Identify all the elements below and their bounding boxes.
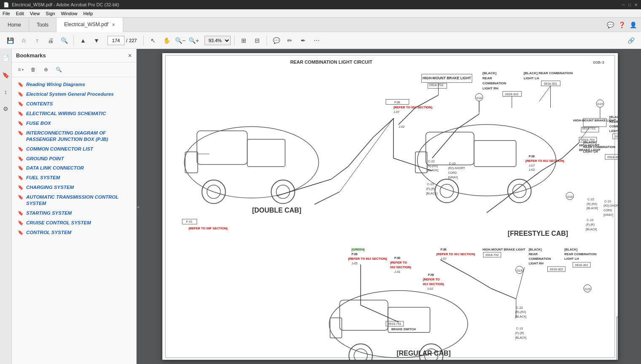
close-window-button[interactable]: ✕ bbox=[634, 3, 638, 7]
bookmark-cruise-control[interactable]: 🔖 CRUISE CONTROL SYSTEM bbox=[12, 218, 136, 228]
bookmark-automatic-transmission[interactable]: 🔖 AUTOMATIC TRANSMISSION CONTROL SYSTEM bbox=[12, 192, 136, 208]
bookmark-label: ELECTRICAL WIRING SCHEMATIC bbox=[26, 111, 106, 117]
comment-tool[interactable]: 💬 bbox=[270, 35, 282, 46]
pages-icon[interactable]: 📄 bbox=[1, 53, 11, 63]
bookmark-starting-system[interactable]: 🔖 STARTING SYSTEM bbox=[12, 208, 136, 218]
svg-text:J-07: J-07 bbox=[529, 164, 535, 167]
sidebar-menu-button[interactable]: ≡ bbox=[15, 64, 26, 75]
menu-view[interactable]: View bbox=[30, 11, 40, 16]
svg-text:BRAKE LIGHT: BRAKE LIGHT bbox=[579, 148, 601, 152]
more-tool[interactable]: ⋯ bbox=[311, 35, 323, 46]
fit-page-tool[interactable]: ⊞ bbox=[238, 35, 250, 46]
save-tool[interactable]: 💾 bbox=[4, 35, 16, 46]
sidebar-delete-button[interactable]: 🗑 bbox=[28, 64, 39, 75]
sign-tool[interactable]: ✒ bbox=[297, 35, 309, 46]
menu-sign[interactable]: Sign bbox=[46, 11, 55, 16]
select-tool[interactable]: ↖ bbox=[147, 35, 159, 46]
sidebar-toolbar: ≡ 🗑 ⊕ 🔍 bbox=[12, 62, 136, 77]
zoom-out-button[interactable]: 🔍− bbox=[174, 35, 186, 46]
bookmark-label: DATA LINK CONNECTOR bbox=[26, 165, 84, 171]
bookmark-electrical-system[interactable]: 🔖 Electrical System General Procedures bbox=[12, 89, 136, 99]
sidebar-search-button[interactable]: 🔍 bbox=[53, 64, 64, 75]
tabbar-right: 💬 ❓ 👤 bbox=[607, 22, 641, 28]
menu-edit[interactable]: Edit bbox=[16, 11, 24, 16]
svg-text:(REFER TO: (REFER TO bbox=[423, 278, 440, 281]
highlight-tool[interactable]: ✏ bbox=[284, 35, 296, 46]
bookmark-reading-wiring[interactable]: 🔖 Reading Wiring Diagrams bbox=[12, 80, 136, 89]
bookmark-fuse-box[interactable]: 🔖 FUSE BOX bbox=[12, 119, 136, 128]
svg-text:(R2)-SHORT: (R2)-SHORT bbox=[448, 167, 465, 170]
bookmark-icon: 🔖 bbox=[18, 194, 24, 200]
print-tool[interactable]: 🖨 bbox=[45, 35, 57, 46]
svg-text:[BLACK]: [BLACK] bbox=[529, 248, 542, 251]
bookmark-label: Reading Wiring Diagrams bbox=[26, 81, 85, 88]
window-controls[interactable]: ─ □ ✕ bbox=[622, 3, 638, 7]
chat-icon[interactable]: 💬 bbox=[607, 22, 614, 28]
svg-text:(REFER TO: (REFER TO bbox=[390, 261, 407, 264]
bookmark-interconnecting[interactable]: 🔖 INTERCONNECTING DIAGRAM OF PASSENGER J… bbox=[12, 128, 136, 144]
svg-text:(REFER TO 00J SECTION): (REFER TO 00J SECTION) bbox=[393, 105, 433, 109]
tab-close-button[interactable]: ✕ bbox=[112, 22, 115, 27]
bookmark-charging-system[interactable]: 🔖 CHARGING SYSTEM bbox=[12, 183, 136, 192]
pdf-page: REAR COMBINATION LIGHT CIRCUIT 00B-3 bbox=[162, 53, 618, 360]
svg-text:[REGULAR CAB]: [REGULAR CAB] bbox=[397, 350, 451, 357]
svg-text:00J SECTION): 00J SECTION) bbox=[423, 282, 444, 286]
bookmark-electrical-wiring[interactable]: 🔖 ELECTRICAL WIRING SCHEMATIC bbox=[12, 109, 136, 119]
sidebar-add-button[interactable]: ⊕ bbox=[40, 64, 51, 75]
bookmark-icon: 🔖 bbox=[18, 121, 24, 126]
minimize-button[interactable]: ─ bbox=[622, 3, 625, 7]
svg-text:00J SECTION): 00J SECTION) bbox=[390, 265, 412, 269]
bookmark-common-connector[interactable]: 🔖 COMMON CONNECTOR LIST bbox=[12, 144, 136, 154]
help-icon[interactable]: ❓ bbox=[618, 22, 625, 28]
svg-text:G18: G18 bbox=[477, 97, 482, 100]
link-tool[interactable]: 🔗 bbox=[625, 35, 637, 46]
pdf-viewer-area[interactable]: 175 REAR COMBINATION LIGHT CIRCUIT 00B-3 bbox=[139, 49, 641, 364]
bookmark-control-system[interactable]: 🔖 CONTROL SYSTEM bbox=[12, 228, 136, 237]
maximize-button[interactable]: □ bbox=[628, 3, 631, 7]
menu-file[interactable]: File bbox=[3, 11, 10, 16]
svg-text:LIGHT RH: LIGHT RH bbox=[482, 86, 498, 90]
svg-text:HIGH-MOUNT BRAKE LIGHT: HIGH-MOUNT BRAKE LIGHT bbox=[482, 248, 525, 251]
zoom-in-button[interactable]: 🔍+ bbox=[188, 35, 199, 46]
bookmark-icon: 🔖 bbox=[18, 111, 24, 116]
svg-text:[BLACK]: [BLACK] bbox=[515, 315, 527, 318]
bookmark-contents[interactable]: 🔖 CONTENTS bbox=[12, 99, 136, 109]
prev-page-button[interactable]: ▲ bbox=[77, 35, 89, 46]
zoom-select[interactable]: 93.4% 50% 75% 100% 125% 150% bbox=[205, 36, 231, 45]
next-page-button[interactable]: ▼ bbox=[91, 35, 102, 46]
svg-text:J-02: J-02 bbox=[399, 125, 405, 129]
bookmark-ground-point[interactable]: 🔖 GROUND POINT bbox=[12, 154, 136, 164]
svg-text:C-22: C-22 bbox=[428, 159, 435, 163]
bookmark-icon: 🔖 bbox=[18, 156, 24, 162]
svg-text:0918-302: 0918-302 bbox=[615, 135, 618, 138]
menu-help[interactable]: Help bbox=[83, 11, 93, 16]
svg-text:0918-301: 0918-301 bbox=[607, 155, 618, 159]
share-tool[interactable]: ↑ bbox=[31, 35, 43, 46]
zoom-control: 93.4% 50% 75% 100% 125% 150% bbox=[205, 36, 231, 45]
toolbar-separator-3 bbox=[234, 35, 234, 46]
svg-text:J-07: J-07 bbox=[393, 110, 400, 114]
search-tool[interactable]: 🔍 bbox=[58, 35, 70, 46]
fit-width-tool[interactable]: ⊟ bbox=[251, 35, 263, 46]
svg-text:REAR: REAR bbox=[482, 76, 492, 80]
page-number-input[interactable] bbox=[108, 36, 124, 45]
bookmark-tool[interactable]: ☆ bbox=[18, 35, 30, 46]
bookmark-data-link[interactable]: 🔖 DATA LINK CONNECTOR bbox=[12, 163, 136, 173]
tab-tools[interactable]: Tools bbox=[29, 18, 57, 32]
navigation-icon[interactable]: ↕ bbox=[1, 87, 11, 97]
bookmark-label: STARTING SYSTEM bbox=[26, 210, 72, 216]
bookmark-icon: 🔖 bbox=[18, 146, 24, 152]
tab-file[interactable]: Electrical_WSM.pdf ✕ bbox=[57, 18, 123, 32]
tools-panel-icon[interactable]: ⚙ bbox=[1, 104, 11, 114]
bookmark-label: GROUND POINT bbox=[26, 156, 64, 162]
menu-window[interactable]: Window bbox=[61, 11, 77, 16]
bookmarks-panel-icon[interactable]: 🔖 bbox=[1, 70, 11, 80]
account-icon[interactable]: 👤 bbox=[630, 22, 637, 28]
tab-home[interactable]: Home bbox=[0, 18, 29, 32]
bookmark-list: 🔖 Reading Wiring Diagrams 🔖 Electrical S… bbox=[12, 77, 136, 364]
bookmark-fuel-system[interactable]: 🔖 FUEL SYSTEM bbox=[12, 173, 136, 183]
svg-text:COMBINATION: COMBINATION bbox=[529, 257, 551, 261]
hand-tool[interactable]: ✋ bbox=[161, 35, 172, 46]
svg-text:J-02: J-02 bbox=[427, 287, 433, 291]
sidebar-close-button[interactable]: ✕ bbox=[128, 53, 132, 59]
